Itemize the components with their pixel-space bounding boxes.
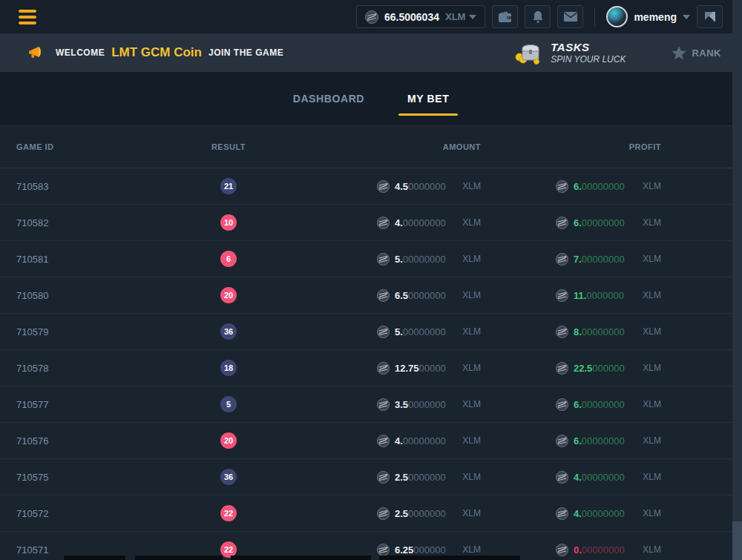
xlm-coin-icon xyxy=(556,362,568,375)
profit-currency: XLM xyxy=(643,508,661,518)
result-badge: 10 xyxy=(220,214,237,231)
amount-cell: 5.00000000 XLM xyxy=(377,253,481,266)
amount-cell: 3.50000000 XLM xyxy=(377,398,481,411)
game-id: 710577 xyxy=(0,399,187,410)
chat-toggle-button[interactable] xyxy=(697,5,723,28)
profit-currency: XLM xyxy=(643,435,661,446)
amount-cell: 2.50000000 XLM xyxy=(377,471,481,484)
profit-currency: XLM xyxy=(643,181,661,191)
bell-icon xyxy=(532,10,544,24)
xlm-coin-icon xyxy=(377,507,390,520)
my-bet-table: GAME ID RESULT AMOUNT PROFIT 710583 21 4… xyxy=(0,126,742,560)
xlm-coin-icon xyxy=(556,289,568,302)
profit-cell: 22.5000000 XLM xyxy=(556,362,661,375)
bet-row[interactable]: 710575 36 2.50000000 XLM 4.00000000 XLM xyxy=(0,459,742,495)
notifications-button[interactable] xyxy=(525,5,551,28)
username: memeng xyxy=(634,11,677,23)
tasks-title: TASKS xyxy=(551,41,626,53)
game-id: 710581 xyxy=(0,254,187,265)
xlm-coin-icon xyxy=(365,10,378,24)
xlm-coin-icon xyxy=(556,398,568,411)
announcement-banner: WELCOME LMT GCM Coin JOIN THE GAME TASKS… xyxy=(0,33,742,72)
game-id: 710580 xyxy=(0,290,187,301)
amount-currency: XLM xyxy=(462,254,481,264)
game-id: 710576 xyxy=(0,435,187,447)
result-badge: 5 xyxy=(220,396,237,412)
xlm-coin-icon xyxy=(556,217,568,229)
xlm-coin-icon xyxy=(377,217,390,229)
bet-row[interactable]: 710582 10 4.00000000 XLM 6.00000000 XLM xyxy=(0,205,742,241)
tab-my-bet[interactable]: MY BET xyxy=(403,73,453,125)
amount-cell: 4.00000000 XLM xyxy=(377,435,481,447)
bet-row[interactable]: 710576 20 4.00000000 XLM 6.00000000 XLM xyxy=(0,423,742,459)
bet-row[interactable]: 710581 6 5.00000000 XLM 7.00000000 XLM xyxy=(0,241,742,277)
header-amount: AMOUNT xyxy=(377,142,481,151)
xlm-coin-icon xyxy=(556,471,568,484)
game-id: 710575 xyxy=(0,472,187,483)
result-badge: 20 xyxy=(220,432,237,449)
amount-cell: 12.7500000 XLM xyxy=(377,362,481,375)
messages-button[interactable] xyxy=(557,5,583,28)
scrollbar-thumb[interactable] xyxy=(732,521,742,560)
bet-row[interactable]: 710579 36 5.00000000 XLM 8.00000000 XLM xyxy=(0,314,742,350)
bottom-cutoff-bar xyxy=(379,556,520,560)
profit-currency: XLM xyxy=(643,363,661,373)
profit-currency: XLM xyxy=(643,326,661,337)
amount-currency: XLM xyxy=(462,217,481,228)
amount-currency: XLM xyxy=(462,508,481,518)
amount-cell: 6.50000000 XLM xyxy=(377,289,481,302)
profit-cell: 6.00000000 XLM xyxy=(556,180,661,193)
bottom-cutoff-bar xyxy=(135,556,223,560)
chat-icon xyxy=(704,11,716,23)
header-profit: PROFIT xyxy=(556,142,661,151)
profit-currency: XLM xyxy=(643,290,661,300)
page-scrollbar[interactable] xyxy=(732,0,742,560)
tabs-bar: DASHBOARD MY BET xyxy=(0,72,742,126)
xlm-coin-icon xyxy=(377,253,390,266)
rank-widget[interactable]: RANK xyxy=(672,46,721,60)
topbar: 66.5006034 XLM memeng xyxy=(0,0,742,33)
xlm-coin-icon xyxy=(556,253,568,266)
profit-cell: 6.00000000 XLM xyxy=(556,398,661,411)
xlm-coin-icon xyxy=(377,180,390,193)
amount-cell: 4.00000000 XLM xyxy=(377,217,481,229)
user-menu[interactable]: memeng xyxy=(606,6,690,27)
result-badge: 6 xyxy=(220,251,237,267)
bet-row[interactable]: 710580 20 6.50000000 XLM 11.0000000 XLM xyxy=(0,277,742,314)
profit-cell: 4.00000000 XLM xyxy=(556,471,661,484)
balance-value: 66.5006034 xyxy=(384,11,439,23)
amount-cell: 6.25000000 XLM xyxy=(377,544,481,556)
amount-currency: XLM xyxy=(462,290,481,300)
table-header-row: GAME ID RESULT AMOUNT PROFIT xyxy=(0,126,742,168)
profit-cell: 0.00000000 XLM xyxy=(556,544,661,556)
bet-row[interactable]: 710577 5 3.50000000 XLM 6.00000000 XLM xyxy=(0,386,742,423)
result-badge: 36 xyxy=(220,323,237,340)
tasks-widget[interactable]: TASKS SPIN YOUR LUCK xyxy=(513,41,626,65)
profit-cell: 6.00000000 XLM xyxy=(556,217,661,229)
amount-currency: XLM xyxy=(462,435,481,446)
bet-row[interactable]: 710578 18 12.7500000 XLM 22.5000000 XLM xyxy=(0,350,742,386)
bet-row[interactable]: 710583 21 4.50000000 XLM 6.00000000 XLM xyxy=(0,168,742,205)
result-badge: 18 xyxy=(220,360,237,376)
bottom-cutoff-bar xyxy=(64,556,125,560)
tab-dashboard[interactable]: DASHBOARD xyxy=(289,73,369,125)
wallet-button[interactable] xyxy=(492,5,518,28)
amount-currency: XLM xyxy=(462,326,481,337)
mail-icon xyxy=(564,12,577,22)
profit-cell: 4.00000000 XLM xyxy=(556,507,661,520)
profit-currency: XLM xyxy=(643,544,661,555)
promo-coin-name: LMT GCM Coin xyxy=(111,45,202,60)
xlm-coin-icon xyxy=(377,398,390,411)
bet-row[interactable]: 710572 22 2.50000000 XLM 4.00000000 XLM xyxy=(0,495,742,532)
megaphone-icon xyxy=(28,45,46,61)
xlm-coin-icon xyxy=(556,326,568,338)
profit-cell: 6.00000000 XLM xyxy=(556,435,661,447)
welcome-suffix: JOIN THE GAME xyxy=(209,47,283,58)
welcome-prefix: WELCOME xyxy=(56,47,105,58)
amount-cell: 4.50000000 XLM xyxy=(377,180,481,193)
chevron-down-icon xyxy=(683,15,690,19)
profit-currency: XLM xyxy=(643,399,661,409)
xlm-coin-icon xyxy=(377,289,390,302)
hamburger-menu-button[interactable] xyxy=(19,10,36,24)
balance-currency-selector[interactable]: 66.5006034 XLM xyxy=(356,5,485,28)
